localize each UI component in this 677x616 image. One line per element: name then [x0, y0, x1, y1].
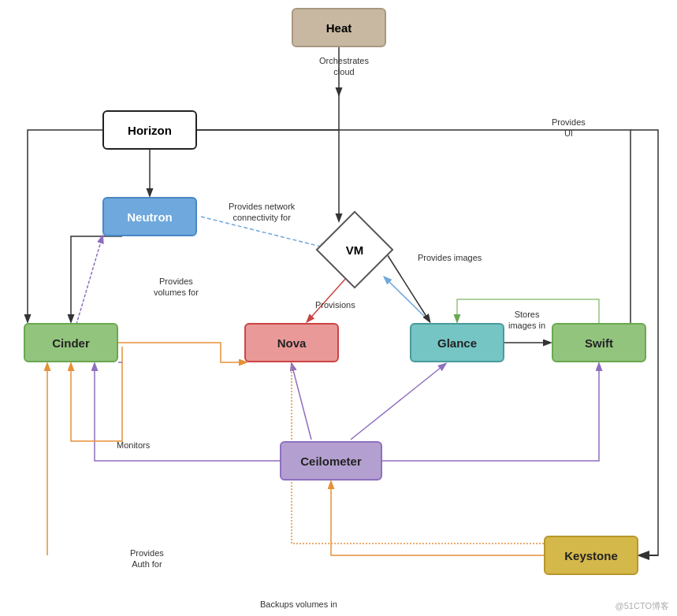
label-backups-volumes: Backups volumes in: [260, 599, 337, 610]
label-stores-images: Storesimages in: [508, 309, 545, 332]
label-provides-auth: ProvidesAuth for: [130, 547, 164, 570]
heat-node: Heat: [292, 8, 386, 47]
label-provides-volumes: Providesvolumes for: [154, 276, 199, 299]
keystone-label: Keystone: [564, 549, 618, 562]
ceilometer-label: Ceilometer: [300, 455, 362, 468]
svg-line-7: [351, 364, 445, 440]
label-monitors: Monitors: [117, 440, 150, 451]
nova-label: Nova: [277, 336, 307, 350]
swift-label: Swift: [585, 336, 613, 350]
label-provides-network: Provides networkconnectivity for: [229, 201, 295, 224]
cinder-label: Cinder: [52, 336, 90, 350]
glance-label: Glance: [437, 336, 477, 350]
vm-diamond: [316, 211, 394, 289]
label-provides-images: Provides images: [418, 252, 482, 263]
svg-line-4: [385, 277, 430, 321]
cinder-node: Cinder: [24, 323, 118, 362]
glance-node: Glance: [410, 323, 504, 362]
neutron-node: Neutron: [102, 197, 197, 236]
label-provisions: Provisions: [315, 299, 355, 310]
nova-node: Nova: [244, 323, 339, 362]
heat-label: Heat: [326, 21, 352, 35]
label-provides-ui: ProvidesUI: [552, 117, 586, 139]
svg-line-6: [292, 364, 311, 440]
diagram-container: Heat Horizon Neutron Cinder Nova Glance …: [0, 0, 677, 616]
ceilometer-node: Ceilometer: [280, 441, 382, 481]
neutron-label: Neutron: [127, 210, 173, 224]
swift-node: Swift: [552, 323, 646, 362]
keystone-node: Keystone: [544, 536, 638, 575]
label-orchestrates: Orchestratescloud: [319, 55, 369, 78]
horizon-label: Horizon: [128, 124, 172, 137]
watermark: @51CTO博客: [616, 600, 669, 612]
horizon-node: Horizon: [102, 110, 197, 150]
